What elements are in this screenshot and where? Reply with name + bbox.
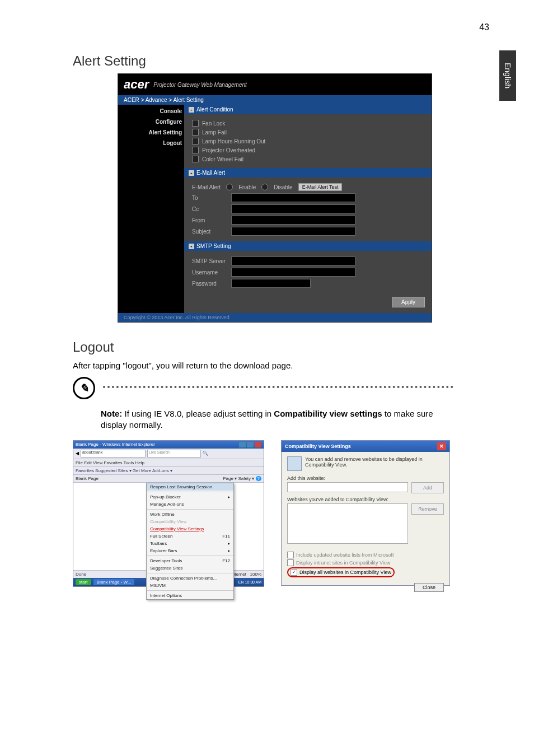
- check-overheat[interactable]: Projector Overheated: [192, 147, 424, 153]
- menu-logout[interactable]: Logout: [163, 140, 182, 146]
- check-label: Include updated website lists from Micro…: [296, 552, 394, 558]
- menu-compat-settings[interactable]: Compatibility View Settings: [147, 525, 233, 533]
- status-zoom: 100%: [250, 572, 261, 577]
- smtp-pass-input[interactable]: [231, 279, 311, 288]
- menu-reopen[interactable]: Reopen Last Browsing Session: [147, 483, 233, 491]
- to-input[interactable]: [231, 193, 355, 202]
- logout-text: After tapping "logout", you will return …: [73, 361, 453, 370]
- group-email-alert[interactable]: - E-Mail Alert: [184, 168, 432, 178]
- compat-body: You can add and remove websites to be di…: [282, 452, 449, 583]
- menu-fullscreen[interactable]: Full ScreenF11: [147, 533, 233, 540]
- ie-window: Blank Page - Windows Internet Explorer ◀…: [73, 440, 264, 587]
- search-input[interactable]: Live Search: [147, 450, 201, 458]
- cc-label: Cc: [192, 206, 231, 212]
- task-item[interactable]: Blank Page - W...: [93, 579, 135, 585]
- note-row: ✎: [73, 377, 453, 399]
- help-icon[interactable]: ?: [256, 476, 261, 481]
- check-lamp-fail[interactable]: Lamp Fail: [192, 129, 424, 136]
- acer-logo: acer: [124, 77, 149, 92]
- remove-button[interactable]: Remove: [411, 503, 444, 515]
- menu-explorer[interactable]: Explorer Bars▸: [147, 547, 233, 554]
- checkbox-icon: [192, 120, 199, 127]
- mi-shortcut: F11: [222, 534, 230, 539]
- ie-body: Reopen Last Browsing Session Pop-up Bloc…: [73, 483, 264, 570]
- apply-button[interactable]: Apply: [392, 297, 425, 307]
- menu-devtools[interactable]: Developer ToolsF12: [147, 557, 233, 564]
- tools-dropdown: Reopen Last Browsing Session Pop-up Bloc…: [146, 483, 234, 600]
- check-fan-lock[interactable]: Fan Lock: [192, 120, 424, 127]
- menu-compat-view[interactable]: Compatibility View: [147, 518, 233, 525]
- group-alert-label: Alert Condition: [196, 106, 233, 113]
- collapse-icon: -: [189, 244, 194, 249]
- address-input[interactable]: about:blank: [81, 450, 146, 458]
- collapse-icon: -: [189, 107, 194, 113]
- group-alert-condition[interactable]: - Alert Condition: [184, 105, 432, 114]
- group-email-label: E-Mail Alert: [196, 170, 225, 176]
- check-color-wheel[interactable]: Color Wheel Fail: [192, 156, 424, 162]
- check-label: Display intranet sites in Compatibility …: [296, 560, 390, 566]
- acer-header: acer Projector Gateway Web Management: [118, 74, 432, 95]
- acer-panel: acer Projector Gateway Web Management AC…: [118, 73, 432, 323]
- mi-label: Developer Tools: [150, 558, 182, 563]
- menu-offline[interactable]: Work Offline: [147, 511, 233, 518]
- menu-popup[interactable]: Pop-up Blocker▸: [147, 493, 233, 501]
- checkbox-icon: [192, 156, 199, 162]
- enable-label: Enable: [238, 184, 256, 190]
- ie-toolbar-right[interactable]: Page ▾ Safety ▾ ?: [223, 476, 261, 481]
- email-test-button[interactable]: E-Mail Alert Test: [298, 183, 343, 191]
- ie-favorites-bar[interactable]: Favorites Suggested Sites ▾ Get More Add…: [73, 467, 264, 475]
- ie-title-text: Blank Page - Windows Internet Explorer: [76, 442, 155, 447]
- menu-separator: [147, 556, 233, 556]
- mi-label: Compatibility View Settings: [150, 526, 204, 531]
- group-smtp[interactable]: - SMTP Setting: [184, 241, 432, 251]
- mi-label: Manage Add-ons: [150, 502, 184, 507]
- ie-menubar[interactable]: File Edit View Favorites Tools Help: [73, 459, 264, 467]
- menu-console[interactable]: Console: [160, 108, 182, 114]
- language-tab: English: [499, 50, 516, 101]
- check-include-updated[interactable]: Include updated website lists from Micro…: [287, 552, 444, 558]
- collapse-icon: -: [189, 170, 194, 176]
- close-icon[interactable]: [255, 442, 261, 447]
- menu-diagnose[interactable]: Diagnose Connection Problems...: [147, 575, 233, 582]
- minimize-icon[interactable]: [239, 442, 246, 447]
- menu-separator: [147, 509, 233, 510]
- menu-configure[interactable]: Configure: [156, 119, 182, 125]
- menu-suggested[interactable]: Suggested Sites: [147, 564, 233, 572]
- cc-input[interactable]: [231, 204, 355, 213]
- radio-disable[interactable]: [261, 184, 268, 190]
- check-display-all[interactable]: ✓Display all websites in Compatibility V…: [287, 567, 395, 577]
- start-button[interactable]: start: [76, 579, 91, 585]
- smtp-user-input[interactable]: [231, 268, 355, 277]
- check-lamp-hours[interactable]: Lamp Hours Running Out: [192, 138, 424, 144]
- close-button[interactable]: Close: [414, 583, 444, 592]
- smtp-server-input[interactable]: [231, 256, 355, 265]
- add-website-input[interactable]: [287, 482, 408, 492]
- acer-subtitle: Projector Gateway Web Management: [153, 82, 247, 88]
- from-input[interactable]: [231, 216, 355, 225]
- website-list[interactable]: [287, 503, 408, 544]
- maximize-icon[interactable]: [247, 442, 254, 447]
- compat-icon: [287, 456, 302, 471]
- acer-main: - Alert Condition Fan Lock Lamp Fail Lam…: [184, 105, 432, 313]
- from-label: From: [192, 217, 231, 223]
- list-label: Websites you've added to Compatibility V…: [287, 497, 444, 502]
- status-done: Done: [76, 572, 86, 577]
- ie-tab[interactable]: Blank Page: [76, 476, 99, 481]
- menu-msjvm[interactable]: MSJVM: [147, 582, 233, 589]
- back-icon[interactable]: ◀: [76, 451, 79, 456]
- menu-internet-options[interactable]: Internet Options: [147, 592, 233, 599]
- radio-enable[interactable]: [226, 184, 233, 190]
- compat-titlebar: Compatibility View Settings ✕: [282, 441, 449, 452]
- search-icon[interactable]: 🔍: [203, 451, 208, 456]
- menu-addons[interactable]: Manage Add-ons: [147, 501, 233, 508]
- subject-input[interactable]: [231, 227, 355, 236]
- close-icon[interactable]: ✕: [437, 442, 446, 450]
- menu-alert-setting[interactable]: Alert Setting: [149, 129, 182, 136]
- check-intranet[interactable]: Display intranet sites in Compatibility …: [287, 559, 444, 566]
- arrow-icon: ▸: [228, 494, 230, 500]
- menu-separator: [147, 573, 233, 573]
- checkbox-icon: [192, 129, 199, 136]
- mi-label: Pop-up Blocker: [150, 494, 181, 500]
- menu-toolbars[interactable]: Toolbars▸: [147, 540, 233, 547]
- add-button[interactable]: Add: [411, 482, 444, 493]
